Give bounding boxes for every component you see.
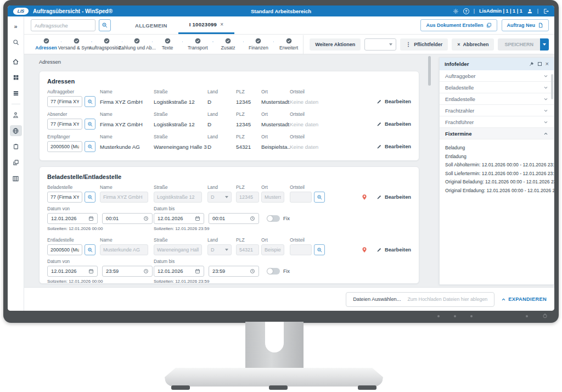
gear-icon[interactable] [453,8,459,14]
infosection-fixtermine[interactable]: Fixtermine [440,128,554,139]
date-to-input[interactable]: 12.01.2026 [154,266,204,277]
edit-stop-link[interactable]: Bearbeiten [376,247,411,253]
infosection-auftraggeber[interactable]: Auftraggeber [440,70,554,82]
address-code-input[interactable] [47,141,82,152]
address-lookup-button[interactable] [85,119,95,130]
pin-icon[interactable] [529,61,534,67]
power-icon[interactable] [542,313,548,318]
date-from-input[interactable]: 12.01.2026 [47,266,98,277]
city-input [261,244,284,255]
stop-row-entladestelle: Entladestelle Name Straße LandD PLZ Ort … [47,237,411,255]
create-from-document-button[interactable]: Aus Dokument Erstellen [420,19,497,31]
search-icon [102,22,108,29]
order-search-button[interactable] [99,19,111,31]
step-versand[interactable]: Versand & Sym... [62,38,91,51]
time-to-input[interactable]: 00:01 [209,213,259,224]
district-lookup-button[interactable] [314,244,325,255]
fix-toggle[interactable] [267,215,280,222]
address-code-input[interactable] [47,119,82,130]
required-fields-button[interactable]: ⋮ Pflichtfelder [400,38,448,51]
vertical-scrollbar[interactable] [428,56,431,86]
step-zusatz[interactable]: Zusatz [214,38,243,51]
clipboard-icon[interactable] [10,141,22,152]
district-input [290,192,312,203]
expand-upload-link[interactable]: EXPANDIEREN [501,296,547,302]
choose-files-button[interactable]: Dateien Auswählen... [346,296,407,302]
edit-address-link[interactable]: Bearbeiten [376,121,411,127]
modules-grid-icon[interactable] [10,72,22,83]
stop-lookup-button[interactable] [85,192,95,203]
date-to-input[interactable]: 12.01.2026 [154,213,204,224]
address-lookup-button[interactable] [85,96,95,107]
separator: | [537,8,538,14]
search-icon[interactable] [10,37,22,48]
time-from-input[interactable]: 00:01 [102,213,153,224]
monitor-button[interactable] [470,315,473,317]
country-select: D [207,244,232,255]
map-icon[interactable] [10,173,22,184]
edit-address-link[interactable]: Bearbeiten [376,99,411,104]
row-role-label: Beladestelle [47,184,100,190]
step-transport[interactable]: Transport [183,38,212,51]
globe-icon[interactable] [10,125,22,136]
panel-scrollbar[interactable] [551,74,553,99]
monitor-button[interactable] [526,315,528,317]
step-adressen[interactable]: Adressen [32,38,60,51]
infosection-frachtzahler[interactable]: Frachtzahler [440,105,554,116]
close-icon[interactable]: × [546,61,549,67]
workstation-icon[interactable] [10,109,22,120]
drop-hint: Zum Hochladen Dateien hier ablegen [407,296,494,302]
address-lookup-button[interactable] [85,141,95,152]
close-tab-icon[interactable]: × [220,21,223,27]
step-erweitert[interactable]: Erweitert [274,38,303,51]
infosection-frachtfuehrer[interactable]: Frachtführer [440,116,554,128]
home-icon[interactable] [10,56,22,67]
date-from-input[interactable]: 12.01.2026 [47,213,98,224]
address-code-input[interactable] [47,96,82,107]
zip-value: 54321 [236,141,261,152]
logout-icon[interactable] [543,8,549,14]
infofelder-header: Infofelder × [440,58,554,70]
time-to-input[interactable]: 23:59 [209,266,259,277]
help-icon[interactable]: ? [463,8,469,14]
cancel-button[interactable]: × Abbrechen [452,38,494,51]
save-options-button[interactable] [540,38,549,51]
column-label: Straße [154,184,207,190]
expand-sidebar-icon[interactable]: » [10,21,22,32]
stop-code-input[interactable] [47,192,82,203]
edit-label: Bearbeiten [385,144,411,149]
step-connector [91,41,92,42]
stop-lookup-button[interactable] [85,244,95,255]
map-pin-icon[interactable] [361,247,368,253]
tab-order-10023099[interactable]: I 10023099 × [178,16,235,34]
edit-address-link[interactable]: Bearbeiten [376,144,411,149]
file-dropzone[interactable]: Dateien Auswählen... Zum Hochladen Datei… [346,292,494,307]
more-actions-button[interactable]: Weitere Aktionen [310,38,361,51]
save-button[interactable]: SPEICHERN [498,38,540,51]
step-texte[interactable]: Texte [153,38,182,51]
user-icon[interactable] [527,8,533,14]
monitor-button[interactable] [454,315,456,317]
map-pin-icon[interactable] [361,194,368,200]
fix-toggle[interactable] [267,268,280,275]
order-search-input[interactable] [31,19,95,31]
step-auftragspositionen[interactable]: Auftragspositio... [93,38,121,51]
stop-code-input[interactable] [47,244,82,255]
district-lookup-button[interactable] [314,192,325,203]
step-connector [61,41,61,42]
new-order-button[interactable]: Auftrag Neu [502,19,549,31]
time-from-input[interactable]: 23:59 [102,266,153,277]
step-zahlung[interactable]: Zahlung und Ab... [123,38,151,51]
edit-stop-link[interactable]: Bearbeiten [376,194,411,200]
maximize-icon[interactable] [538,62,542,66]
copy-icon[interactable] [10,157,22,168]
actions-select[interactable] [364,38,396,51]
step-finanzen[interactable]: Finanzen [244,38,273,51]
monitor-button[interactable] [437,315,440,317]
infosection-beladestelle[interactable]: Beladestelle [440,82,554,93]
infosection-entladestelle[interactable]: Entladestelle [440,93,554,105]
list-icon[interactable] [10,88,22,99]
fixtermine-line: Original Beladung: 12.01.2026 00:00 - 12… [445,178,548,187]
chevron-down-icon [389,43,392,46]
tab-allgemein[interactable]: ALLGEMEIN [124,16,178,34]
